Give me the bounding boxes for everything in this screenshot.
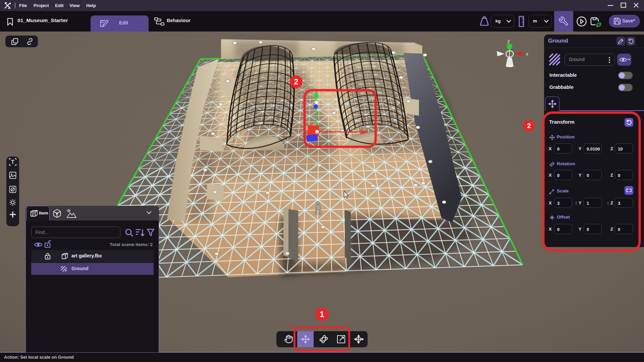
svg-text:x: x [526,51,528,57]
svg-text:y: y [507,38,510,44]
